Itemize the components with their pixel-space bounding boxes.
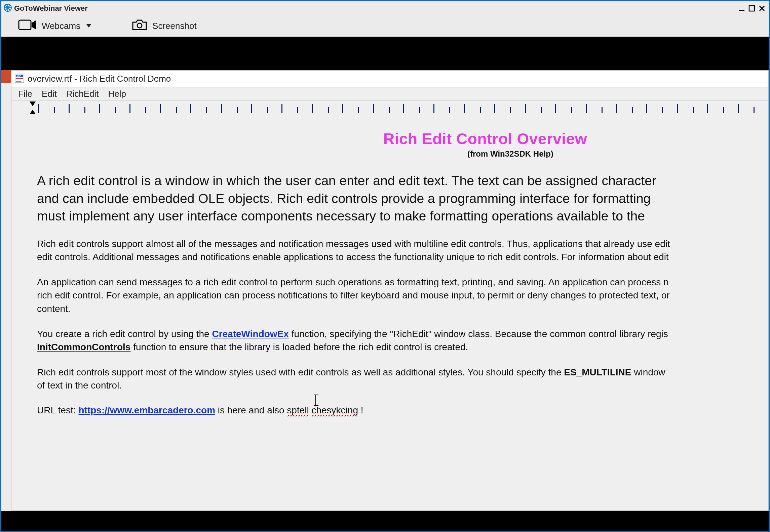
inner-menubar: File Edit RichEdit Help (11, 87, 768, 101)
doc-intro-paragraph[interactable]: A rich edit control is a window in which… (37, 172, 768, 225)
inner-window-title: overview.rtf - Rich Edit Control Demo (28, 74, 171, 84)
misspelling-1[interactable]: sptell (287, 405, 309, 416)
svg-rect-16 (16, 81, 21, 82)
chevron-down-icon (86, 24, 91, 28)
menu-richedit[interactable]: RichEdit (63, 88, 102, 100)
menu-file[interactable]: File (15, 88, 36, 100)
screenshot-label: Screenshot (152, 21, 197, 31)
svg-point-10 (137, 23, 142, 28)
richedit-demo-window: ABC overview.rtf - Rich Edit Control Dem… (11, 70, 769, 511)
close-button[interactable] (757, 4, 767, 13)
embarcadero-link[interactable]: https://www.embarcadero.com (78, 405, 215, 415)
svg-rect-15 (16, 80, 23, 80)
doc-paragraph-3[interactable]: An application can send messages to a ri… (37, 276, 768, 315)
richedit-app-icon: ABC (15, 74, 24, 84)
maximize-button[interactable] (747, 4, 757, 13)
gtw-window-title: GoToWebinar Viewer (14, 4, 88, 13)
svg-text:ABC: ABC (16, 75, 21, 77)
text-caret (315, 395, 316, 406)
doc-paragraph-4[interactable]: You create a rich edit control by using … (37, 327, 768, 354)
createwindowex-link[interactable]: CreateWindowEx (212, 329, 288, 339)
doc-paragraph-5[interactable]: Rich edit controls support most of the w… (37, 366, 768, 392)
ruler-ticks (38, 104, 768, 113)
screenshot-button[interactable]: Screenshot (131, 19, 197, 33)
menu-help[interactable]: Help (105, 88, 129, 100)
camera-icon (131, 19, 148, 33)
webcams-label: Webcams (42, 21, 80, 31)
shared-screen-region: ABC overview.rtf - Rich Edit Control Dem… (1, 70, 769, 511)
doc-paragraph-2[interactable]: Rich edit controls support almost all of… (37, 237, 768, 263)
doc-subtitle[interactable]: (from Win32SDK Help) (467, 149, 768, 159)
minimize-button[interactable] (737, 4, 746, 13)
doc-title[interactable]: Rich Edit Control Overview (383, 130, 768, 148)
ruler[interactable] (11, 101, 768, 116)
webcams-button[interactable]: Webcams (18, 19, 91, 33)
webcam-icon (18, 19, 37, 33)
initcommoncontrols-ref[interactable]: InitCommonControls (37, 342, 130, 352)
svg-rect-5 (739, 10, 744, 11)
gtw-titlebar: GoToWebinar Viewer (1, 1, 769, 15)
gtw-toolbar: Webcams Screenshot (1, 15, 769, 37)
inner-titlebar: ABC overview.rtf - Rich Edit Control Dem… (11, 71, 768, 87)
document-editor[interactable]: Rich Edit Control Overview (from Win32SD… (11, 116, 768, 510)
left-indent-marker[interactable] (30, 110, 36, 114)
misspelling-2[interactable]: chesykcing (311, 405, 358, 416)
svg-rect-6 (749, 6, 755, 11)
svg-rect-9 (19, 20, 31, 30)
es-multiline-const: ES_MULTILINE (564, 367, 631, 377)
letterbox-top (1, 37, 769, 70)
gtw-app-icon (3, 3, 12, 13)
first-line-indent-marker[interactable] (30, 101, 36, 106)
menu-edit[interactable]: Edit (38, 88, 60, 100)
doc-paragraph-6[interactable]: URL test: https://www.embarcadero.com is… (37, 404, 768, 417)
letterbox-bottom (1, 511, 769, 531)
svg-rect-14 (16, 78, 23, 79)
gotowebinar-viewer-window: GoToWebinar Viewer Webcams (0, 0, 770, 532)
